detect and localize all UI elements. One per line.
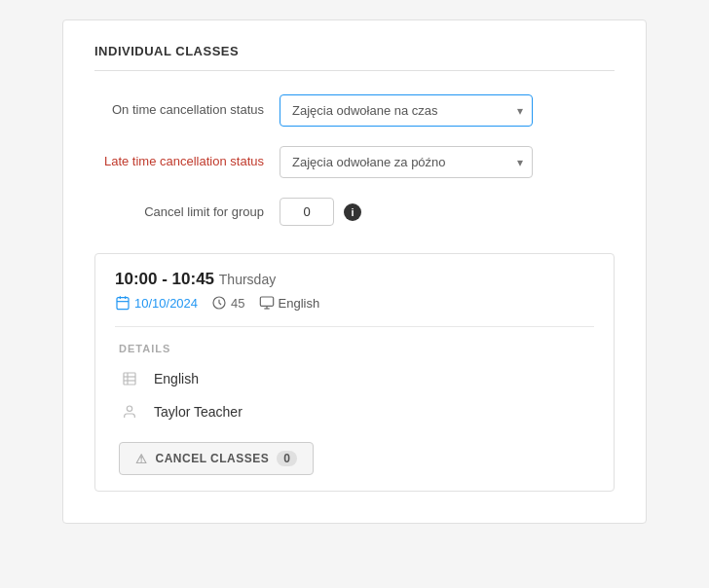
class-time: 10:00 - 10:45 Thursday <box>115 270 594 289</box>
class-language-meta: English <box>259 295 320 311</box>
class-date: 10/10/2024 <box>115 295 198 311</box>
svg-rect-0 <box>117 298 129 310</box>
class-duration-value: 45 <box>231 296 244 311</box>
on-time-select-wrapper[interactable]: Zajęcia odwołane na czas ▾ <box>280 94 533 127</box>
detail-teacher-row: Taylor Teacher <box>119 401 590 423</box>
cancel-count-badge: 0 <box>277 451 297 466</box>
details-title: DETAILS <box>119 343 590 354</box>
class-time-value: 10:00 - 10:45 <box>115 270 214 288</box>
info-icon[interactable]: i <box>344 203 361 221</box>
warning-icon: ⚠ <box>135 452 148 466</box>
cancel-limit-row: Cancel limit for group 0 i <box>94 198 615 226</box>
person-icon <box>119 401 140 423</box>
svg-rect-5 <box>260 297 273 306</box>
class-duration: 45 <box>211 295 244 311</box>
details-section: DETAILS English <box>115 343 594 475</box>
svg-point-12 <box>127 406 131 411</box>
late-time-cancellation-row: Late time cancellation status Zajęcia od… <box>94 146 615 178</box>
table-icon <box>119 368 140 389</box>
detail-language: English <box>154 371 199 386</box>
on-time-label: On time cancellation status <box>94 101 280 119</box>
section-title: INDIVIDUAL CLASSES <box>94 44 615 71</box>
cancel-classes-label: CANCEL CLASSES <box>156 452 270 465</box>
class-day: Thursday <box>219 272 276 287</box>
cancel-limit-input[interactable]: 0 <box>280 198 334 226</box>
late-time-select-wrapper[interactable]: Zajęcia odwołane za późno ▾ <box>280 146 533 178</box>
cancel-classes-button[interactable]: ⚠ CANCEL CLASSES 0 <box>119 442 314 475</box>
late-time-label: Late time cancellation status <box>94 153 280 170</box>
on-time-cancellation-row: On time cancellation status Zajęcia odwo… <box>94 94 615 127</box>
detail-language-row: English <box>119 368 590 389</box>
class-language-value: English <box>279 296 320 311</box>
calendar-icon <box>115 295 131 311</box>
late-time-select[interactable]: Zajęcia odwołane za późno <box>280 146 533 178</box>
class-card: 10:00 - 10:45 Thursday 10/10/2024 45 <box>94 253 615 492</box>
class-date-value: 10/10/2024 <box>134 296 198 311</box>
clock-icon <box>211 295 227 311</box>
monitor-icon <box>259 295 275 311</box>
svg-rect-8 <box>124 373 135 385</box>
detail-teacher: Taylor Teacher <box>154 404 243 420</box>
cancel-limit-label: Cancel limit for group <box>94 204 280 219</box>
on-time-select[interactable]: Zajęcia odwołane na czas <box>280 94 533 127</box>
main-card: INDIVIDUAL CLASSES On time cancellation … <box>62 19 647 524</box>
divider <box>115 326 594 327</box>
class-meta: 10/10/2024 45 English <box>115 295 594 311</box>
